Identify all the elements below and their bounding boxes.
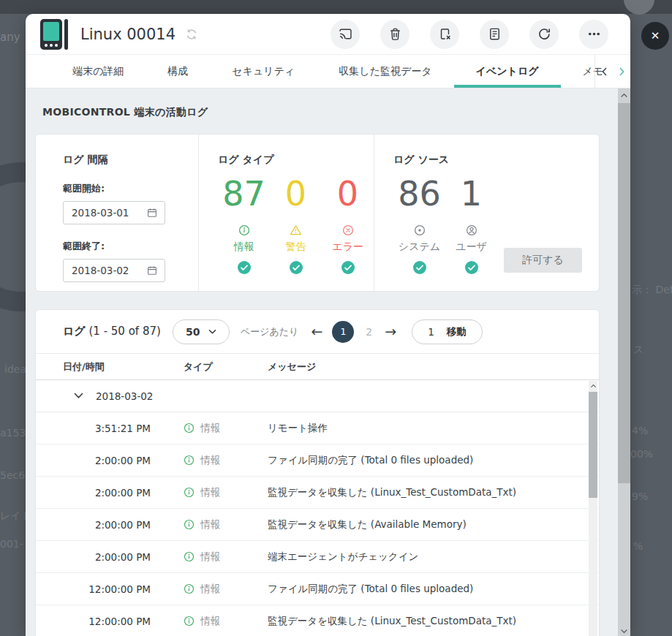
chevron-down-icon bbox=[74, 393, 83, 399]
tab-scroll-left-button[interactable] bbox=[595, 55, 613, 88]
log-interval-section: ログ 間隔 範囲開始: 2018-03-01 範囲終了: 2018-03-02 bbox=[36, 135, 198, 291]
refresh-button[interactable] bbox=[529, 20, 559, 49]
event-log-content: MOBICONTROL 端末の活動ログ ログ 間隔 範囲開始: 2018-03-… bbox=[26, 88, 630, 636]
log-type-section: ログ タイプ 87 情報 bbox=[198, 135, 374, 291]
delete-icon bbox=[388, 26, 403, 42]
log-range-text: (1 - 50 of 87) bbox=[88, 325, 160, 338]
column-date-time: 日付/時間 bbox=[63, 360, 184, 374]
delete-button[interactable] bbox=[380, 20, 409, 49]
table-row: 2:00:00 PM 情報 監視データを収集した (Linux_Test_Cus… bbox=[36, 477, 599, 509]
stat-warning: 0 警告 bbox=[270, 173, 322, 274]
scrollbar-thumb[interactable] bbox=[618, 103, 630, 483]
stat-user: 1 ユーザ bbox=[445, 173, 497, 274]
page-2-button[interactable]: 2 bbox=[366, 326, 372, 338]
date-group-row: 2018-03-02 bbox=[36, 380, 599, 412]
log-message: 端末エージェントがチェックイン bbox=[268, 550, 599, 564]
system-filter-checkbox[interactable] bbox=[393, 261, 445, 274]
tab-configuration[interactable]: 構成 bbox=[146, 55, 210, 88]
goto-page-group: 1 移動 bbox=[412, 319, 483, 344]
scroll-up-icon[interactable] bbox=[589, 381, 597, 391]
error-icon bbox=[322, 224, 374, 237]
tab-scroll-right-button[interactable] bbox=[613, 55, 630, 88]
scrollbar-thumb[interactable] bbox=[589, 392, 597, 498]
prev-page-button[interactable]: ← bbox=[311, 325, 322, 338]
more-options-button[interactable] bbox=[579, 20, 608, 49]
log-time: 2:00:00 PM bbox=[63, 519, 151, 531]
column-type: タイプ bbox=[184, 360, 268, 374]
chevron-left-icon bbox=[601, 67, 608, 77]
info-filter-checkbox[interactable] bbox=[218, 261, 270, 274]
system-icon bbox=[393, 224, 445, 237]
log-interval-title: ログ 間隔 bbox=[63, 154, 198, 167]
info-icon bbox=[184, 583, 195, 594]
log-source-section: ログ ソース 86 システム bbox=[374, 135, 599, 291]
apply-button[interactable]: 許可する bbox=[504, 248, 582, 273]
page-size-dropdown[interactable]: 50 bbox=[173, 319, 230, 344]
info-icon bbox=[184, 423, 195, 434]
stat-system: 86 システム bbox=[393, 173, 445, 274]
range-end-input[interactable]: 2018-03-02 bbox=[63, 259, 165, 282]
scroll-down-icon[interactable] bbox=[618, 629, 630, 634]
chevron-down-icon bbox=[208, 329, 216, 335]
log-type-title: ログ タイプ bbox=[218, 154, 374, 167]
table-scrollbar[interactable] bbox=[589, 381, 597, 636]
info-icon bbox=[184, 551, 195, 562]
next-page-button[interactable]: → bbox=[385, 325, 396, 338]
info-icon bbox=[184, 616, 195, 626]
log-type-cell: 情報 bbox=[184, 518, 268, 531]
log-type-cell: 情報 bbox=[184, 615, 268, 628]
close-button[interactable]: ✕ bbox=[641, 22, 669, 50]
error-filter-checkbox[interactable] bbox=[322, 261, 374, 274]
background-text: ス bbox=[633, 344, 643, 357]
log-table-title: ログ (1 - 50 of 87) bbox=[63, 325, 161, 338]
range-start-label: 範囲開始: bbox=[63, 182, 198, 195]
log-type-cell: 情報 bbox=[184, 583, 268, 596]
check-icon bbox=[238, 261, 251, 274]
info-count: 87 bbox=[218, 173, 270, 215]
check-icon bbox=[341, 261, 355, 274]
unenroll-device-button[interactable] bbox=[430, 20, 459, 49]
warning-filter-checkbox[interactable] bbox=[270, 261, 322, 274]
background-text: any bbox=[0, 31, 20, 44]
background-text: a153 bbox=[0, 427, 26, 439]
content-scrollbar[interactable] bbox=[618, 88, 630, 636]
info-icon bbox=[218, 224, 270, 237]
table-row: 2:00:00 PM 情報 ファイル同期の完了 (Total 0 files u… bbox=[36, 444, 599, 477]
user-filter-checkbox[interactable] bbox=[445, 261, 497, 274]
section-title: MOBICONTROL 端末の活動ログ bbox=[42, 106, 630, 119]
range-start-input[interactable]: 2018-03-01 bbox=[63, 201, 165, 224]
log-time: 2:00:00 PM bbox=[63, 455, 151, 466]
more-options-icon bbox=[586, 26, 602, 42]
log-type-cell: 情報 bbox=[184, 454, 268, 467]
background-text: 5ec6f bbox=[0, 469, 29, 481]
notes-icon bbox=[487, 26, 502, 42]
background-text: 001- bbox=[0, 538, 23, 550]
calendar-icon[interactable] bbox=[147, 208, 157, 218]
collapse-group-button[interactable] bbox=[74, 393, 83, 399]
device-name-title: Linux 00014 bbox=[80, 26, 175, 43]
goto-page-button[interactable]: 移動 bbox=[447, 325, 467, 338]
log-type-cell: 情報 bbox=[184, 550, 268, 564]
system-count: 86 bbox=[393, 173, 445, 215]
tab-event-log[interactable]: イベントログ bbox=[454, 55, 561, 88]
error-count: 0 bbox=[322, 173, 374, 215]
log-time: 12:00:00 PM bbox=[63, 583, 151, 595]
log-message: 監視データを収集した (Available Memory) bbox=[268, 518, 599, 531]
background-text: 示： Def bbox=[632, 284, 672, 297]
remote-control-button[interactable] bbox=[331, 20, 360, 49]
calendar-icon[interactable] bbox=[147, 265, 157, 276]
refresh-icon bbox=[537, 26, 552, 42]
log-time: 3:51:21 PM bbox=[63, 423, 151, 434]
tab-collected-data[interactable]: 収集した監視データ bbox=[317, 55, 453, 88]
background-text: idea bbox=[4, 363, 26, 375]
notes-button[interactable] bbox=[480, 20, 509, 49]
stat-info: 87 情報 bbox=[218, 173, 270, 274]
tab-security[interactable]: セキュリティ bbox=[210, 55, 317, 88]
background-text: 00% bbox=[630, 448, 653, 460]
info-icon bbox=[184, 519, 195, 530]
tab-scroll-controls bbox=[594, 55, 630, 88]
page-1-button[interactable]: 1 bbox=[332, 321, 354, 343]
tab-device-details[interactable]: 端末の詳細 bbox=[50, 55, 146, 88]
scroll-up-icon[interactable] bbox=[618, 88, 630, 102]
goto-page-input[interactable]: 1 bbox=[428, 326, 434, 338]
